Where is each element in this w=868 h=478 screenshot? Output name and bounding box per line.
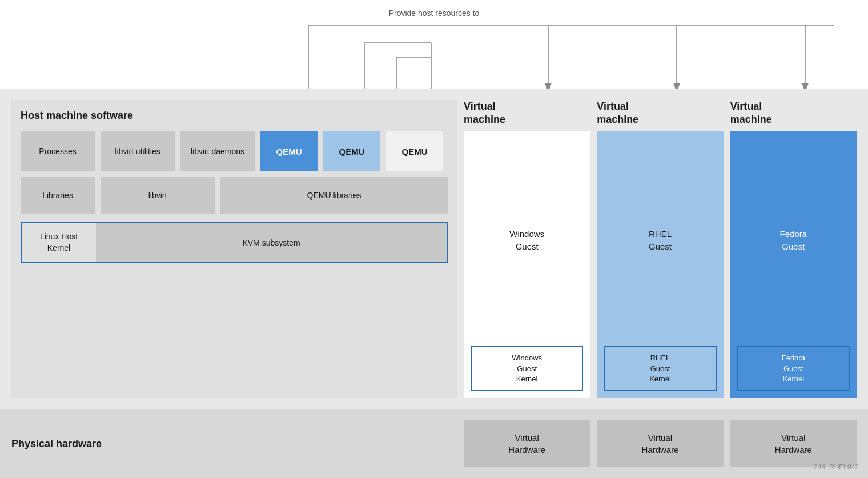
vm2-column: RHELGuest RHELGuestKernel	[597, 131, 723, 398]
right-side: Virtualmachine Virtualmachine Virtualmac…	[464, 100, 857, 398]
vm1-guest-label: WindowsGuest	[471, 139, 583, 342]
virtual-hardware-box-2: VirtualHardware	[597, 420, 723, 467]
linux-kernel-box: Linux Host Kernel	[22, 223, 96, 262]
qemu-box-2: QEMU	[323, 131, 380, 171]
host-row-1: Processes libvirt utilities libvirt daem…	[21, 131, 448, 171]
vm3-header: Virtualmachine	[730, 100, 857, 127]
host-machine-title: Host machine software	[21, 109, 448, 122]
vm1-column: WindowsGuest WindowsGuestKernel	[464, 131, 590, 398]
libvirt-utilities-box: libvirt utilities	[101, 131, 175, 171]
libvirt-box: libvirt	[101, 177, 215, 214]
qemu-libraries-box: QEMU libraries	[220, 177, 448, 214]
vm3-header-col: Virtualmachine	[730, 100, 857, 127]
vm1-header-col: Virtualmachine	[464, 100, 590, 127]
vm3-kernel-box: FedoraGuestKernel	[737, 346, 850, 391]
arrow-label: Provide host resources to	[389, 9, 480, 18]
processes-box: Processes	[21, 131, 95, 171]
host-row-2: Libraries libvirt QEMU libraries	[21, 177, 448, 214]
vm1-kernel-box: WindowsGuestKernel	[471, 346, 583, 391]
vm2-header: Virtualmachine	[597, 100, 723, 127]
bottom-section: Physical hardware VirtualHardware Virtua…	[0, 409, 868, 478]
vm3-column: FedoraGuest FedoraGuestKernel	[730, 131, 857, 398]
kvm-subsystem-box: KVM subsystem	[96, 223, 447, 262]
watermark: 244_RHEL042	[814, 463, 859, 471]
vm2-header-col: Virtualmachine	[597, 100, 723, 127]
qemu-box-3: QEMU	[386, 131, 443, 171]
diagram-wrapper: Provide host resources to H	[0, 0, 868, 478]
arrows-svg: Provide host resources to	[0, 0, 868, 94]
vm3-guest-label: FedoraGuest	[737, 139, 850, 342]
kvm-row: Linux Host Kernel KVM subsystem	[21, 222, 448, 263]
host-machine-software: Host machine software Processes libvirt …	[11, 100, 457, 398]
vm2-guest-label: RHELGuest	[604, 139, 716, 342]
virtual-hardware-box-3: VirtualHardware	[730, 420, 857, 467]
vm2-kernel-box: RHELGuestKernel	[604, 346, 716, 391]
host-inner-grid: Processes libvirt utilities libvirt daem…	[21, 131, 448, 263]
libvirt-daemons-box: libvirt daemons	[180, 131, 255, 171]
libraries-box: Libraries	[21, 177, 95, 214]
physical-hardware-label: Physical hardware	[11, 438, 457, 450]
top-section: Host machine software Processes libvirt …	[0, 89, 868, 409]
virtual-hardware-box-1: VirtualHardware	[464, 420, 590, 467]
qemu-box-1: QEMU	[260, 131, 318, 171]
vm1-header: Virtualmachine	[464, 100, 590, 127]
virtual-hardware-row: VirtualHardware VirtualHardware VirtualH…	[464, 420, 857, 467]
